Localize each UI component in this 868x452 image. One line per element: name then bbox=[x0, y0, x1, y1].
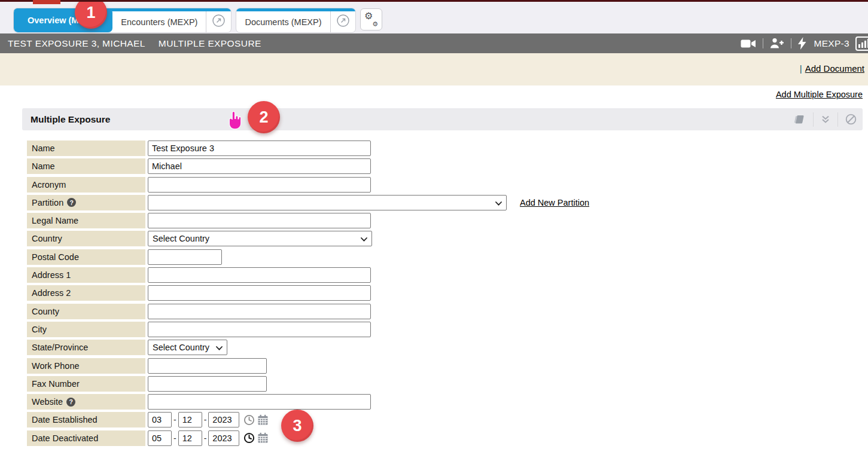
name-input-1[interactable] bbox=[148, 141, 371, 156]
action-band: |Add Document bbox=[0, 53, 868, 85]
postal-code-input[interactable] bbox=[148, 249, 222, 265]
partition-select[interactable] bbox=[148, 195, 507, 210]
tab-bar: Overview (MEXP) Encounters (MEXP) Docume… bbox=[0, 0, 868, 33]
county-input[interactable] bbox=[148, 304, 371, 319]
video-camera-icon[interactable] bbox=[741, 38, 756, 49]
form-row: Acronym bbox=[27, 177, 863, 193]
fax-number-input[interactable] bbox=[148, 376, 267, 392]
gears-icon: ⚙⚙ bbox=[364, 13, 377, 26]
address1-input[interactable] bbox=[148, 267, 371, 283]
field-label-legal-name: Legal Name bbox=[27, 213, 145, 228]
record-id: MEXP-3 bbox=[814, 38, 849, 49]
cancel-circle-icon[interactable] bbox=[845, 114, 857, 125]
browser-top-accent bbox=[0, 0, 868, 2]
date-separator: - bbox=[173, 415, 176, 424]
popout-icon bbox=[212, 14, 226, 30]
person-add-icon[interactable] bbox=[770, 38, 784, 49]
form-row: Website ? bbox=[27, 394, 863, 410]
field-label-name2: Name bbox=[27, 158, 145, 174]
field-label-county: County bbox=[27, 304, 145, 319]
collapse-chevrons-icon[interactable] bbox=[821, 115, 830, 124]
tab-group-primary: Overview (MEXP) Encounters (MEXP) bbox=[13, 8, 232, 33]
field-label-address2: Address 2 bbox=[27, 285, 145, 301]
chevron-down-icon bbox=[495, 198, 502, 207]
date-separator: - bbox=[204, 415, 207, 424]
tab-documents[interactable]: Documents (MEXP) bbox=[236, 11, 330, 32]
form-row: State/Province Select Country bbox=[27, 340, 863, 355]
clock-icon[interactable] bbox=[243, 432, 255, 444]
field-label-date-established: Date Established bbox=[27, 412, 145, 427]
form-row: Name bbox=[27, 141, 863, 156]
popout-icon bbox=[336, 14, 350, 30]
date-separator: - bbox=[204, 433, 207, 443]
date-separator: - bbox=[173, 433, 176, 443]
address2-input[interactable] bbox=[148, 285, 371, 301]
calendar-icon[interactable] bbox=[257, 432, 269, 444]
bar-chart-icon[interactable] bbox=[855, 36, 868, 51]
help-icon[interactable]: ? bbox=[67, 198, 76, 207]
form-row: Date Deactivated - - bbox=[27, 430, 863, 446]
form-row: Country Select Country bbox=[27, 231, 863, 246]
title-bar-actions: MEXP-3 bbox=[741, 33, 868, 53]
date-deactivated-day-input[interactable] bbox=[178, 430, 202, 446]
chevron-down-icon bbox=[361, 234, 367, 243]
multiple-exposure-form: Name Name Acronym Partition ? Add New Pa… bbox=[22, 130, 863, 446]
divider bbox=[813, 112, 814, 127]
date-established-year-input[interactable] bbox=[208, 412, 239, 427]
panel-header: Multiple Exposure bbox=[22, 108, 863, 130]
form-row: County bbox=[27, 304, 863, 319]
form-row: Legal Name bbox=[27, 213, 863, 228]
state-province-select[interactable]: Select Country bbox=[148, 340, 227, 355]
field-label-address1: Address 1 bbox=[27, 267, 145, 283]
encounters-popout-button[interactable] bbox=[206, 11, 231, 32]
divider bbox=[791, 38, 791, 48]
tab-group-documents: Documents (MEXP) bbox=[236, 8, 355, 33]
add-new-partition-link[interactable]: Add New Partition bbox=[520, 198, 589, 207]
record-type: MULTIPLE EXPOSURE bbox=[159, 38, 261, 49]
field-label-acronym: Acronym bbox=[27, 177, 145, 193]
hand-cursor-icon bbox=[227, 111, 242, 133]
field-label-postal-code: Postal Code bbox=[27, 249, 145, 265]
book-icon[interactable] bbox=[793, 114, 806, 126]
form-row: Postal Code bbox=[27, 249, 863, 265]
form-row: Address 2 bbox=[27, 285, 863, 301]
legal-name-input[interactable] bbox=[148, 213, 371, 228]
website-input[interactable] bbox=[148, 394, 371, 410]
field-label-city: City bbox=[27, 322, 145, 337]
field-label-state-province: State/Province bbox=[27, 340, 145, 355]
record-name: TEST EXPOSURE 3, MICHAEL bbox=[8, 38, 145, 49]
add-multiple-exposure-link[interactable]: Add Multiple Exposure bbox=[776, 90, 863, 99]
date-deactivated-month-input[interactable] bbox=[148, 430, 172, 446]
form-row: Date Established - - bbox=[27, 412, 863, 427]
form-row: Partition ? Add New Partition bbox=[27, 195, 863, 210]
help-icon[interactable]: ? bbox=[66, 398, 75, 407]
lightning-icon[interactable] bbox=[798, 37, 806, 50]
city-input[interactable] bbox=[148, 322, 371, 337]
form-row: Fax Number bbox=[27, 376, 863, 392]
form-row: Name bbox=[27, 158, 863, 174]
date-established-day-input[interactable] bbox=[178, 412, 202, 427]
annotation-step-3: 3 bbox=[281, 410, 313, 442]
tab-settings-button[interactable]: ⚙⚙ bbox=[360, 8, 382, 30]
country-select[interactable]: Select Country bbox=[148, 231, 372, 246]
acronym-input[interactable] bbox=[148, 177, 371, 193]
tab-encounters[interactable]: Encounters (MEXP) bbox=[112, 11, 206, 32]
annotation-step-2: 2 bbox=[248, 101, 280, 133]
documents-popout-button[interactable] bbox=[330, 11, 355, 32]
name-input-2[interactable] bbox=[148, 158, 371, 174]
multiple-exposure-panel: Multiple Exposure bbox=[22, 108, 863, 446]
clock-icon[interactable] bbox=[243, 414, 255, 426]
date-established-month-input[interactable] bbox=[148, 412, 172, 427]
browser-top-red-marker bbox=[33, 0, 60, 4]
work-phone-input[interactable] bbox=[148, 358, 267, 374]
divider bbox=[763, 38, 763, 48]
date-deactivated-year-input[interactable] bbox=[208, 430, 239, 446]
panel-header-icons bbox=[793, 112, 857, 127]
field-label-work-phone: Work Phone bbox=[27, 358, 145, 374]
add-document-link[interactable]: Add Document bbox=[805, 63, 864, 74]
add-multiple-exposure-row: Add Multiple Exposure bbox=[0, 85, 868, 103]
field-label-partition: Partition ? bbox=[27, 195, 145, 210]
calendar-icon[interactable] bbox=[257, 414, 269, 426]
field-label-date-deactivated: Date Deactivated bbox=[27, 430, 145, 446]
form-row: City bbox=[27, 322, 863, 337]
